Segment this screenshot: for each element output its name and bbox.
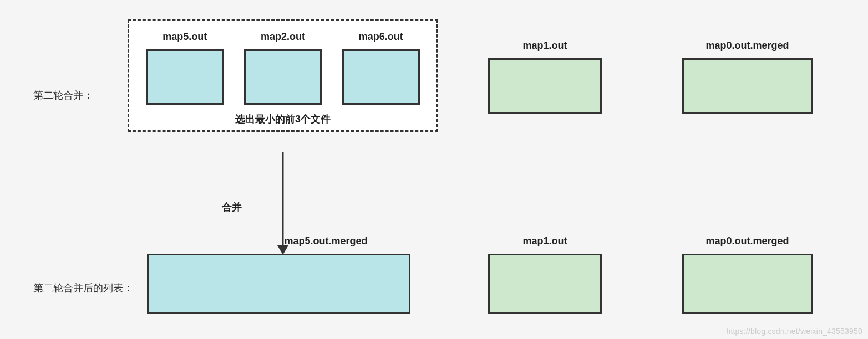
file-map1-out-bottom: map1.out (488, 235, 602, 314)
file-label: map6.out (359, 31, 403, 43)
file-label: map1.out (522, 235, 567, 247)
file-box (488, 254, 602, 314)
file-map0-out-merged-top: map0.out.merged (682, 40, 813, 114)
file-map2-out: map2.out (244, 31, 322, 105)
row-label-merge-round-2: 第二轮合并： (33, 89, 93, 102)
file-box (147, 254, 410, 314)
file-label: map0.out.merged (705, 235, 789, 247)
file-map5-out: map5.out (146, 31, 224, 105)
file-box (682, 254, 813, 314)
file-label: map0.out.merged (705, 40, 789, 52)
file-map6-out: map6.out (342, 31, 420, 105)
file-label: map5.out.merged (284, 235, 367, 247)
file-box (146, 49, 224, 105)
file-map5-out-merged: map5.out.merged (147, 235, 410, 314)
group-caption: 选出最小的前3个文件 (129, 112, 436, 126)
file-box (244, 49, 322, 105)
file-box (488, 58, 602, 114)
group-inner-row: map5.out map2.out map6.out (129, 31, 436, 105)
file-box (342, 49, 420, 105)
watermark: https://blog.csdn.net/weixin_43553950 (726, 327, 862, 336)
file-label: map5.out (163, 31, 207, 43)
file-map0-out-merged-bottom: map0.out.merged (682, 235, 813, 314)
arrow-label: 合并 (222, 201, 242, 214)
file-map1-out-top: map1.out (488, 40, 602, 114)
file-label: map2.out (261, 31, 305, 43)
file-label: map1.out (522, 40, 567, 52)
row-label-after-merge: 第二轮合并后的列表： (33, 281, 133, 295)
file-box (682, 58, 813, 114)
selected-files-group: map5.out map2.out map6.out 选出最小的前3个文件 (128, 19, 438, 132)
